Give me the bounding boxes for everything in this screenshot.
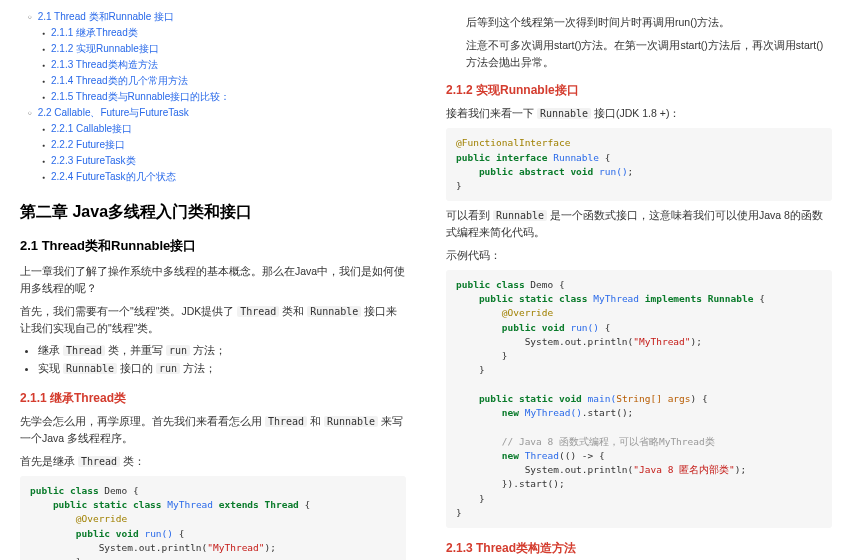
list-item: 实现 Runnable 接口的 run 方法； xyxy=(38,360,406,378)
code-inline: Thread xyxy=(237,306,279,317)
section-2-1-1-heading: 2.1.1 继承Thread类 xyxy=(20,390,406,407)
paragraph: 首先是继承 Thread 类： xyxy=(20,453,406,470)
table-of-contents: 2.1 Thread 类和Runnable 接口 2.1.1 继承Thread类… xyxy=(20,10,406,184)
toc-item: 2.2 Callable、Future与FutureTask 2.2.1 Cal… xyxy=(28,106,406,184)
code-block-demo-runnable: public class Demo { public static class … xyxy=(446,270,832,528)
toc-link-2-1-4[interactable]: 2.1.4 Thread类的几个常用方法 xyxy=(51,75,188,86)
paragraph: 可以看到 Runnable 是一个函数式接口，这意味着我们可以使用Java 8的… xyxy=(446,207,832,241)
toc-item: 2.1 Thread 类和Runnable 接口 2.1.1 继承Thread类… xyxy=(28,10,406,104)
toc-link-2-2-1[interactable]: 2.2.1 Callable接口 xyxy=(51,123,132,134)
toc-link-2-1[interactable]: 2.1 Thread 类和Runnable 接口 xyxy=(38,11,175,22)
section-2-1-3-heading: 2.1.3 Thread类构造方法 xyxy=(446,540,832,557)
bullet-list: 继承 Thread 类，并重写 run 方法； 实现 Runnable 接口的 … xyxy=(20,342,406,378)
toc-item: 2.1.2 实现Runnable接口 xyxy=(42,42,406,56)
toc-link-2-2-2[interactable]: 2.2.2 Future接口 xyxy=(51,139,125,150)
code-inline: Runnable xyxy=(307,306,361,317)
paragraph: 上一章我们了解了操作系统中多线程的基本概念。那么在Java中，我们是如何使用多线… xyxy=(20,263,406,297)
toc-item: 2.2.4 FutureTask的几个状态 xyxy=(42,170,406,184)
paragraph: 示例代码： xyxy=(446,247,832,264)
code-block-runnable-interface: @FunctionalInterface public interface Ru… xyxy=(446,128,832,201)
left-column: 2.1 Thread 类和Runnable 接口 2.1.1 继承Thread类… xyxy=(0,0,426,560)
toc-link-2-1-1[interactable]: 2.1.1 继承Thread类 xyxy=(51,27,138,38)
toc-item: 2.2.1 Callable接口 xyxy=(42,122,406,136)
toc-item: 2.2.2 Future接口 xyxy=(42,138,406,152)
section-2-1-heading: 2.1 Thread类和Runnable接口 xyxy=(20,237,406,255)
paragraph: 先学会怎么用，再学原理。首先我们来看看怎么用 Thread 和 Runnable… xyxy=(20,413,406,447)
toc-link-2-1-2[interactable]: 2.1.2 实现Runnable接口 xyxy=(51,43,159,54)
toc-link-2-2-3[interactable]: 2.2.3 FutureTask类 xyxy=(51,155,135,166)
chapter-title: 第二章 Java多线程入门类和接口 xyxy=(20,202,406,223)
toc-item: 2.1.4 Thread类的几个常用方法 xyxy=(42,74,406,88)
toc-link-2-2-4[interactable]: 2.2.4 FutureTask的几个状态 xyxy=(51,171,175,182)
paragraph: 首先，我们需要有一个"线程"类。JDK提供了 Thread 类和 Runnabl… xyxy=(20,303,406,337)
paragraph: 注意不可多次调用start()方法。在第一次调用start()方法后，再次调用s… xyxy=(466,37,832,71)
toc-item: 2.2.3 FutureTask类 xyxy=(42,154,406,168)
right-column: 后等到这个线程第一次得到时间片时再调用run()方法。 注意不可多次调用star… xyxy=(426,0,852,560)
paragraph: 后等到这个线程第一次得到时间片时再调用run()方法。 xyxy=(466,14,832,31)
toc-link-2-2[interactable]: 2.2 Callable、Future与FutureTask xyxy=(38,107,189,118)
paragraph: 接着我们来看一下 Runnable 接口(JDK 1.8 +)： xyxy=(446,105,832,122)
toc-item: 2.1.1 继承Thread类 xyxy=(42,26,406,40)
toc-link-2-1-3[interactable]: 2.1.3 Thread类构造方法 xyxy=(51,59,158,70)
toc-link-2-1-5[interactable]: 2.1.5 Thread类与Runnable接口的比较： xyxy=(51,91,230,102)
list-item: 继承 Thread 类，并重写 run 方法； xyxy=(38,342,406,360)
toc-item: 2.1.3 Thread类构造方法 xyxy=(42,58,406,72)
toc-item: 2.1.5 Thread类与Runnable接口的比较： xyxy=(42,90,406,104)
code-block-demo-thread: public class Demo { public static class … xyxy=(20,476,406,560)
section-2-1-2-heading: 2.1.2 实现Runnable接口 xyxy=(446,82,832,99)
